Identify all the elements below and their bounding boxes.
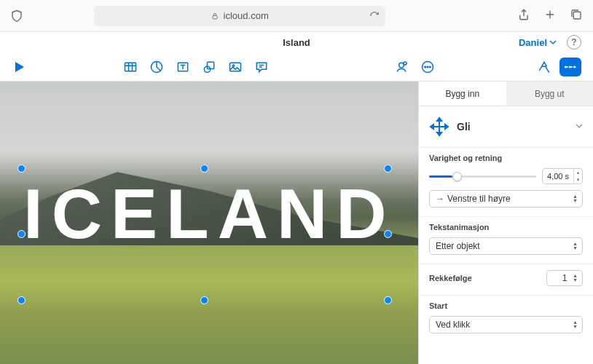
help-button[interactable]: ?	[567, 35, 581, 50]
resize-handle[interactable]	[17, 165, 25, 173]
more-icon[interactable]	[420, 59, 436, 75]
inspector-panel: Bygg inn Bygg ut Gli Varighet og retning…	[418, 82, 593, 364]
svg-point-15	[565, 66, 567, 68]
main-area: ICELAND Bygg inn Bygg ut Gli Varighet	[0, 82, 593, 364]
duration-field[interactable]: 4,00 s ▲▼	[542, 168, 583, 184]
tabs-icon[interactable]	[570, 8, 583, 24]
section-title: Rekkefølge	[429, 274, 472, 282]
url-text: icloud.com	[224, 10, 269, 21]
text-icon[interactable]	[175, 59, 191, 75]
section-title: Tekstanimasjon	[429, 223, 583, 232]
arrow-right-icon: →	[436, 194, 443, 204]
start-select[interactable]: Ved klikk ▲▼	[429, 316, 583, 333]
resize-handle[interactable]	[17, 230, 25, 238]
new-tab-icon[interactable]	[543, 8, 557, 24]
resize-handle[interactable]	[384, 165, 392, 173]
section-title: Varighet og retning	[429, 154, 583, 162]
svg-point-17	[574, 66, 576, 68]
reload-icon[interactable]	[369, 11, 380, 21]
chevron-down-icon	[576, 122, 583, 132]
browser-toolbar: icloud.com	[0, 0, 593, 32]
svg-point-10	[404, 61, 407, 64]
svg-point-13	[427, 66, 428, 68]
table-icon[interactable]	[122, 59, 138, 75]
order-section: Rekkefølge 1 ▲▼	[419, 264, 593, 295]
tab-build-in[interactable]: Bygg inn	[419, 82, 506, 106]
chart-icon[interactable]	[149, 59, 165, 75]
chevron-down-icon	[549, 39, 557, 46]
start-section: Start Ved klikk ▲▼	[419, 295, 593, 342]
slide-canvas[interactable]: ICELAND	[0, 82, 418, 364]
direction-select[interactable]: → Venstre til høyre ▲▼	[429, 190, 583, 207]
inspector-tabs: Bygg inn Bygg ut	[419, 82, 593, 106]
play-button[interactable]	[12, 59, 28, 75]
resize-handle[interactable]	[200, 296, 208, 304]
chevron-updown-icon: ▲▼	[573, 194, 578, 203]
effect-selector[interactable]: Gli	[419, 106, 593, 147]
app-toolbar	[0, 52, 593, 82]
animate-button[interactable]	[559, 58, 581, 76]
move-arrows-icon	[429, 116, 449, 137]
svg-point-14	[430, 66, 431, 68]
svg-rect-0	[213, 15, 217, 19]
tab-build-out[interactable]: Bygg ut	[506, 82, 594, 106]
svg-point-12	[425, 66, 426, 68]
selection-box	[22, 169, 388, 300]
effect-name: Gli	[457, 121, 471, 132]
section-title: Start	[429, 301, 583, 310]
privacy-shield-icon[interactable]	[10, 9, 23, 23]
textanim-section: Tekstanimasjon Etter objekt ▲▼	[419, 216, 593, 264]
resize-handle[interactable]	[200, 165, 208, 173]
duration-slider[interactable]	[429, 175, 536, 178]
stepper[interactable]: ▲▼	[573, 169, 582, 183]
shape-icon[interactable]	[201, 59, 217, 75]
format-icon[interactable]	[536, 59, 552, 75]
textanim-select[interactable]: Etter objekt ▲▼	[429, 237, 583, 255]
resize-handle[interactable]	[384, 230, 392, 238]
document-title: Island	[283, 37, 310, 48]
duration-section: Varighet og retning 4,00 s ▲▼ → Venstre …	[419, 147, 593, 216]
chevron-updown-icon: ▲▼	[573, 274, 578, 282]
comment-icon[interactable]	[254, 59, 270, 75]
collaborate-icon[interactable]	[393, 59, 409, 75]
resize-handle[interactable]	[17, 296, 25, 304]
resize-handle[interactable]	[384, 296, 392, 304]
slider-thumb[interactable]	[452, 172, 462, 181]
svg-rect-1	[573, 12, 581, 19]
svg-rect-5	[208, 62, 214, 68]
media-icon[interactable]	[227, 59, 243, 75]
svg-point-16	[570, 66, 571, 68]
url-field[interactable]: icloud.com	[94, 6, 385, 26]
document-header: Island Daniel ?	[0, 32, 593, 52]
user-menu[interactable]: Daniel	[519, 37, 557, 48]
order-select[interactable]: 1 ▲▼	[546, 270, 583, 286]
svg-rect-2	[125, 63, 136, 71]
share-icon[interactable]	[517, 8, 530, 24]
chevron-updown-icon: ▲▼	[573, 320, 578, 329]
chevron-updown-icon: ▲▼	[573, 242, 578, 250]
lock-icon	[211, 12, 219, 20]
